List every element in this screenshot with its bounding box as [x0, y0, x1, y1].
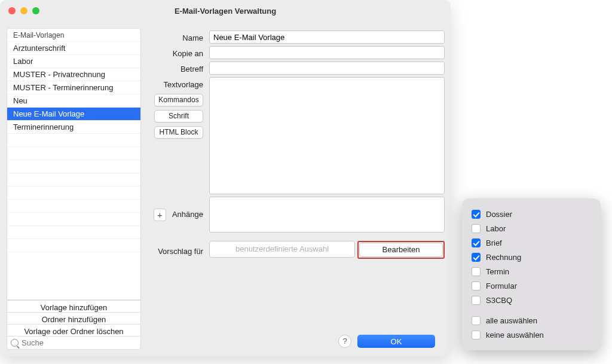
template-row-empty	[7, 173, 140, 186]
popover-select-all[interactable]: alle auswählen	[472, 313, 591, 328]
search-icon	[11, 339, 19, 347]
texttemplate-textarea[interactable]	[209, 77, 445, 194]
add-attachment-button[interactable]: +	[154, 209, 166, 221]
popover-option-label: Dossier	[486, 210, 512, 219]
template-row[interactable]: Labor	[7, 55, 140, 68]
popover-option-label: Rechnung	[486, 253, 521, 262]
name-label: Name	[182, 33, 203, 44]
subject-input[interactable]	[209, 62, 445, 75]
suggestion-display: benutzerdefinierte Auswahl	[209, 241, 355, 258]
checkbox-icon[interactable]	[472, 210, 481, 219]
attachments-area[interactable]	[209, 197, 445, 233]
main-window: E-Mail-Vorlagen Verwaltung E-Mail-Vorlag…	[0, 0, 451, 356]
suggestion-popover: DossierLaborBriefRechnungTerminFormularS…	[462, 198, 601, 350]
help-button[interactable]: ?	[338, 335, 351, 348]
popover-option[interactable]: Termin	[472, 264, 591, 279]
window-title: E-Mail-Vorlagen Verwaltung	[0, 7, 451, 16]
popover-select-none[interactable]: keine auswählen	[472, 328, 591, 342]
template-row-empty	[7, 134, 140, 147]
htmlblock-button[interactable]: HTML Block	[154, 126, 203, 139]
template-row[interactable]: Arztunterschrift	[7, 42, 140, 55]
popover-option[interactable]: Brief	[472, 235, 591, 250]
font-button[interactable]: Schrift	[154, 110, 203, 123]
template-row-empty	[7, 147, 140, 160]
popover-option[interactable]: S3CBQ	[472, 293, 591, 307]
template-list: E-Mail-Vorlagen ArztunterschriftLaborMUS…	[7, 29, 140, 299]
attachments-label: Anhänge	[172, 209, 203, 220]
sidebar: E-Mail-Vorlagen ArztunterschriftLaborMUS…	[7, 28, 141, 350]
search-box	[7, 336, 140, 349]
popover-option[interactable]: Rechnung	[472, 250, 591, 264]
subject-label: Betreff	[180, 64, 203, 75]
template-row-empty	[7, 239, 140, 252]
template-row[interactable]: MUSTER - Terminerinnerung	[7, 81, 140, 94]
template-row[interactable]: Terminerinnerung	[7, 121, 140, 134]
checkbox-icon[interactable]	[472, 253, 481, 262]
popover-option-label: Brief	[486, 238, 502, 247]
delete-button[interactable]: Vorlage oder Ordner löschen	[7, 324, 140, 336]
copyto-label: Kopie an	[173, 48, 203, 59]
template-row-empty	[7, 200, 140, 213]
copyto-input[interactable]	[209, 46, 445, 59]
checkbox-icon[interactable]	[472, 224, 481, 233]
popover-option-label: alle auswählen	[486, 316, 537, 325]
titlebar: E-Mail-Vorlagen Verwaltung	[0, 0, 451, 22]
checkbox-icon[interactable]	[472, 316, 481, 325]
template-row[interactable]: MUSTER - Privatrechnung	[7, 68, 140, 81]
template-row[interactable]: Neu	[7, 94, 140, 108]
footer: ? OK	[145, 328, 445, 350]
search-input[interactable]	[22, 338, 137, 347]
sidebar-actions: Vorlage hinzufügen Ordner hinzufügen Vor…	[7, 299, 140, 349]
popover-option-label: keine auswählen	[486, 331, 544, 339]
popover-option-label: Formular	[486, 282, 517, 290]
checkbox-icon[interactable]	[472, 296, 481, 305]
edit-button-highlight: Bearbeiten	[357, 241, 445, 259]
ok-button[interactable]: OK	[357, 335, 435, 348]
popover-option-label: Labor	[486, 224, 506, 233]
checkbox-icon[interactable]	[472, 238, 481, 247]
add-template-button[interactable]: Vorlage hinzufügen	[7, 300, 140, 312]
checkbox-icon[interactable]	[472, 331, 481, 339]
template-row-empty	[7, 213, 140, 226]
close-icon[interactable]	[8, 7, 16, 14]
suggestion-label: Vorschlag für	[158, 246, 203, 257]
add-folder-button[interactable]: Ordner hinzufügen	[7, 312, 140, 324]
template-row-empty	[7, 226, 140, 239]
popover-option[interactable]: Dossier	[472, 207, 591, 221]
template-row[interactable]: Neue E-Mail Vorlage	[7, 108, 140, 121]
template-row-empty	[7, 186, 140, 200]
commands-button[interactable]: Kommandos	[154, 94, 203, 106]
popover-option-label: S3CBQ	[486, 296, 512, 305]
maximize-icon[interactable]	[32, 7, 39, 14]
template-row-empty	[7, 160, 140, 173]
checkbox-icon[interactable]	[472, 267, 481, 276]
minimize-icon[interactable]	[20, 7, 27, 14]
edit-button[interactable]: Bearbeiten	[359, 243, 443, 257]
form-area: Name Kopie an Betreff Textvorlage Komman…	[141, 22, 451, 356]
popover-option[interactable]: Formular	[472, 279, 591, 293]
texttemplate-label: Textvorlage	[164, 79, 203, 90]
checkbox-icon[interactable]	[472, 282, 481, 290]
sidebar-folder[interactable]: E-Mail-Vorlagen	[7, 29, 140, 42]
popover-option[interactable]: Labor	[472, 221, 591, 235]
window-controls	[8, 7, 39, 14]
popover-option-label: Termin	[486, 267, 509, 276]
name-input[interactable]	[209, 30, 445, 44]
